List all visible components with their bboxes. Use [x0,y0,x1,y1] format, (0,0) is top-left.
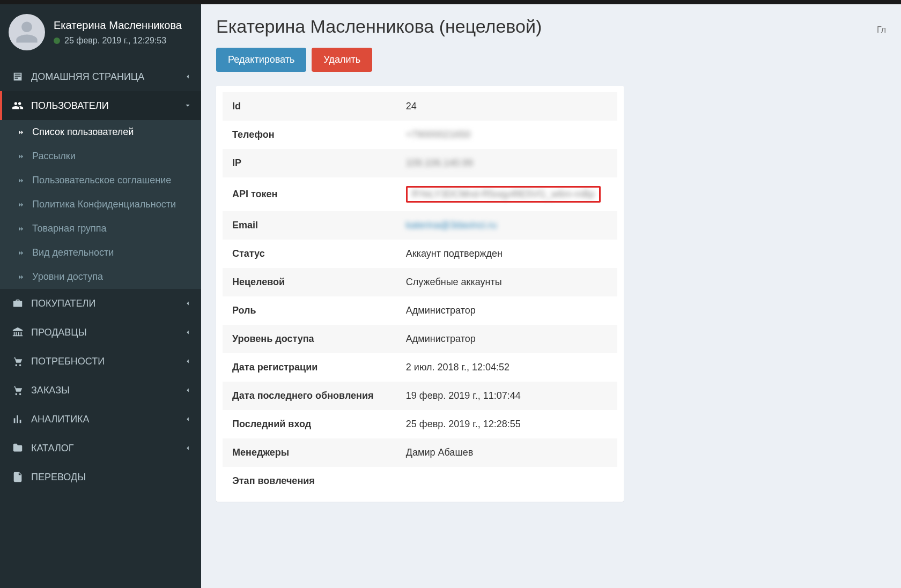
nav-item-buyers[interactable]: ПОКУПАТЕЛИ [0,289,201,318]
subnav-item[interactable]: Пользовательское соглашение [0,168,201,192]
nav-item-needs[interactable]: ПОТРЕБНОСТИ [0,347,201,376]
nav-item-home[interactable]: ДОМАШНЯЯ СТРАНИЦА [0,62,201,91]
detail-value: katerina@3davinci.ru [396,211,617,240]
detail-key: Email [223,211,396,240]
subnav-label: Пользовательское соглашение [32,175,171,186]
double-chevron-icon [17,129,25,136]
subnav-label: Список пользователей [32,126,134,138]
folder-icon [12,442,24,454]
newspaper-icon [12,71,24,83]
subnav-item[interactable]: Список пользователей [0,120,201,144]
subnav-label: Товарная группа [32,223,107,234]
user-panel: Екатерина Масленникова 25 февр. 2019 г.,… [0,4,201,62]
nav-label-needs: ПОТРЕБНОСТИ [31,356,105,367]
detail-key: Дата регистрации [223,353,396,382]
subnav-item[interactable]: Политика Конфиденциальности [0,192,201,217]
nav-item-sellers[interactable]: ПРОДАВЦЫ [0,318,201,347]
nav-label-sellers: ПРОДАВЦЫ [31,327,87,338]
chevron-left-icon [184,415,191,423]
edit-button[interactable]: Редактировать [216,48,306,72]
detail-value: 24 [396,92,617,121]
nav-item-orders[interactable]: ЗАКАЗЫ [0,376,201,405]
detail-key: Менеджеры [223,438,396,467]
chevron-left-icon [184,386,191,394]
detail-value: Служебные аккаунты [396,268,617,296]
double-chevron-icon [17,273,25,281]
detail-value: Аккаунт подтвержден [396,240,617,268]
table-row: Emailkaterina@3davinci.ru [223,211,617,240]
sidebar-last-login: 25 февр. 2019 г., 12:29:53 [64,36,166,46]
highlight-box: RYeLY3DCMnd-R5oqy4fiE5VG_w6m-mBp [406,186,601,203]
cart-icon [12,355,24,367]
table-row: Дата последнего обновления19 февр. 2019 … [223,382,617,410]
double-chevron-icon [17,177,25,184]
subnav-item[interactable]: Уровни доступа [0,265,201,289]
detail-key: Последний вход [223,410,396,438]
action-bar: Редактировать Удалить [216,48,886,72]
table-row: Дата регистрации2 июл. 2018 г., 12:04:52 [223,353,617,382]
status-dot-icon [54,38,60,44]
table-row: Уровень доступаАдминистратор [223,325,617,353]
chevron-down-icon [184,102,191,109]
sidebar-user-status: 25 февр. 2019 г., 12:29:53 [54,36,182,46]
subnav-item[interactable]: Вид деятельности [0,241,201,265]
nav-item-users[interactable]: ПОЛЬЗОВАТЕЛИ [0,91,201,120]
detail-value: RYeLY3DCMnd-R5oqy4fiE5VG_w6m-mBp [396,177,617,211]
chevron-left-icon [184,73,191,80]
table-row: API токенRYeLY3DCMnd-R5oqy4fiE5VG_w6m-mB… [223,177,617,211]
nav-label-catalog: КАТАЛОГ [31,443,73,454]
avatar-icon [14,19,40,45]
double-chevron-icon [17,201,25,209]
chart-icon [12,413,24,425]
table-row: РольАдминистратор [223,296,617,325]
document-icon [12,471,24,483]
table-row: Id24 [223,92,617,121]
detail-value: Дамир Абашев [396,438,617,467]
detail-key: Статус [223,240,396,268]
detail-key: Id [223,92,396,121]
table-row: СтатусАккаунт подтвержден [223,240,617,268]
detail-key: Этап вовлечения [223,467,396,495]
subnav-item[interactable]: Товарная группа [0,217,201,241]
subnav-label: Вид деятельности [32,247,114,258]
nav-item-analytics[interactable]: АНАЛИТИКА [0,405,201,434]
delete-button[interactable]: Удалить [312,48,372,72]
nav-item-catalog[interactable]: КАТАЛОГ [0,434,201,463]
page-title: Екатерина Масленникова (нецелевой) [216,16,542,37]
briefcase-icon [12,297,24,309]
detail-value: Администратор [396,325,617,353]
nav-label-transfers: ПЕРЕВОДЫ [31,472,86,483]
double-chevron-icon [17,225,25,233]
nav-label-users: ПОЛЬЗОВАТЕЛИ [31,100,109,111]
chevron-left-icon [184,300,191,307]
avatar [9,14,45,50]
table-row: Телефон+79000021650 [223,121,617,149]
detail-key: Роль [223,296,396,325]
detail-value: Администратор [396,296,617,325]
nav-users-submenu: Список пользователейРассылкиПользователь… [0,120,201,289]
double-chevron-icon [17,249,25,257]
detail-value: 109.106.140.99 [396,149,617,177]
table-row: Этап вовлечения [223,467,617,495]
details-table: Id24Телефон+79000021650IP109.106.140.99A… [223,92,617,495]
nav-label-home: ДОМАШНЯЯ СТРАНИЦА [31,71,144,83]
detail-value: 2 июл. 2018 г., 12:04:52 [396,353,617,382]
chevron-left-icon [184,358,191,365]
users-icon [12,100,24,111]
nav-item-transfers[interactable]: ПЕРЕВОДЫ [0,463,201,492]
detail-key: Нецелевой [223,268,396,296]
detail-key: Дата последнего обновления [223,382,396,410]
detail-value: +79000021650 [396,121,617,149]
subnav-label: Уровни доступа [32,271,103,282]
detail-key: IP [223,149,396,177]
detail-value: 19 февр. 2019 г., 11:07:44 [396,382,617,410]
chevron-left-icon [184,444,191,452]
subnav-item[interactable]: Рассылки [0,144,201,168]
table-row: МенеджерыДамир Абашев [223,438,617,467]
window-topbar [0,0,901,4]
detail-value: 25 февр. 2019 г., 12:28:55 [396,410,617,438]
detail-value [396,467,617,495]
main-content: Екатерина Масленникова (нецелевой) Гл Ре… [201,4,901,588]
detail-key: API токен [223,177,396,211]
subnav-label: Политика Конфиденциальности [32,199,176,210]
